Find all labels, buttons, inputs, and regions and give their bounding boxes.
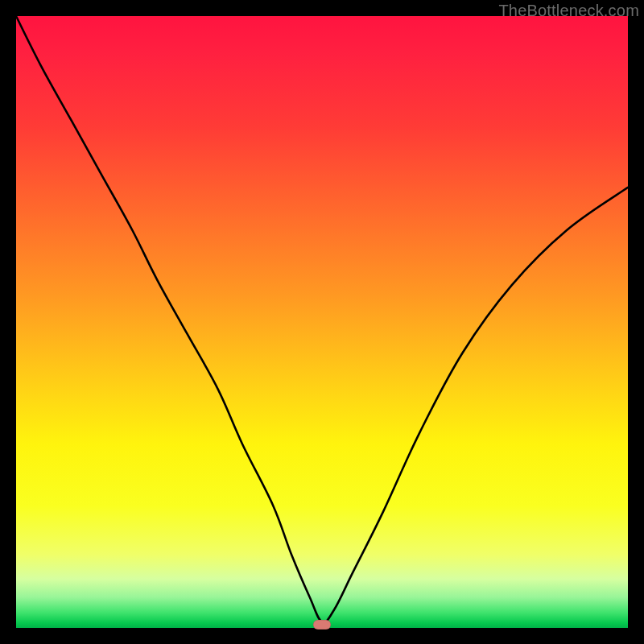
chart-frame: TheBottleneck.com bbox=[0, 0, 644, 644]
curve-path bbox=[16, 16, 628, 622]
watermark-text: TheBottleneck.com bbox=[498, 2, 639, 20]
bottleneck-curve bbox=[16, 16, 628, 628]
plot-area bbox=[16, 16, 628, 628]
minimum-marker bbox=[313, 620, 331, 630]
